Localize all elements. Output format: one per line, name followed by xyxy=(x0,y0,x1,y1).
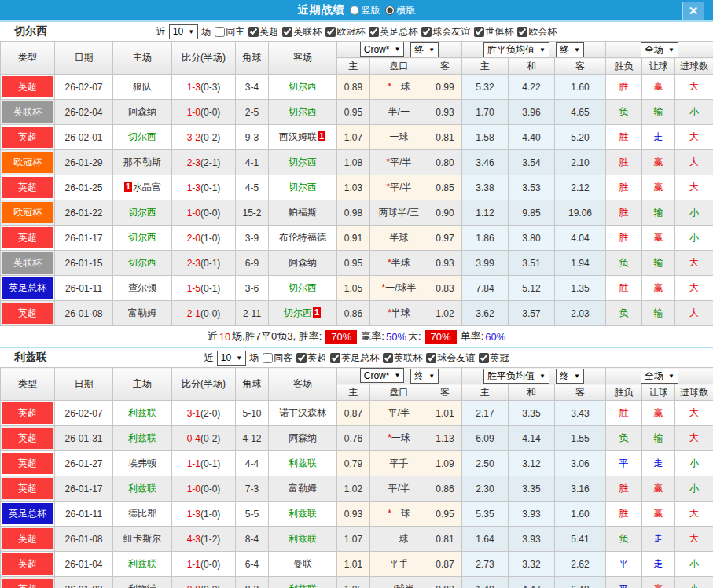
selected-value: 10 xyxy=(221,352,231,363)
home-water-cell: 0.95 xyxy=(337,251,370,276)
sub-column-header: 客 xyxy=(555,58,606,75)
close-icon[interactable]: ✕ xyxy=(682,2,704,20)
final-odds-select[interactable]: 终▼ xyxy=(410,369,439,384)
league-filter-checkbox[interactable] xyxy=(383,353,393,363)
away-team-name: 切尔西 xyxy=(284,307,312,318)
match-date: 26-01-02 xyxy=(55,577,113,588)
home-team-cell: 利物浦 xyxy=(113,577,172,588)
wdl-average-select[interactable]: 胜平负均值▼ xyxy=(483,369,549,384)
handicap-line: 一球 xyxy=(390,131,409,142)
chevron-down-icon: ▼ xyxy=(394,372,400,379)
league-filter-checkbox-label[interactable]: 英冠 xyxy=(475,351,509,365)
league-filter-checkbox[interactable] xyxy=(474,27,484,37)
filter-bar: 切尔西近10▼场同主英超英联杯欧冠杯英足总杯球会友谊世俱杯欧会杯 xyxy=(0,20,713,41)
wdl-average-select[interactable]: 胜平负均值▼ xyxy=(483,42,549,57)
vertical-layout-radio[interactable] xyxy=(350,6,359,15)
table-row: 英超26-01-251水晶宫1-3(0-1)4-5切尔西1.03*平/半0.85… xyxy=(1,175,713,200)
handicap-cell: 平/半 xyxy=(370,401,428,426)
league-filter-checkbox[interactable] xyxy=(248,27,259,37)
league-filter-checkbox[interactable] xyxy=(369,27,379,37)
result-wdl-cell: 胜 xyxy=(606,125,642,150)
scope-select[interactable]: 全场▼ xyxy=(641,369,678,384)
layout-radio-vertical[interactable]: 竖版 xyxy=(350,4,380,17)
league-cell: 英足总杯 xyxy=(1,276,55,301)
league-filter-checkbox-label[interactable]: 欧冠杯 xyxy=(322,25,365,39)
same-venue-checkbox[interactable] xyxy=(263,353,273,363)
games-count-select[interactable]: 10▼ xyxy=(217,351,246,366)
odds-home-cell: 3.99 xyxy=(462,251,509,276)
horizontal-layout-radio[interactable] xyxy=(385,6,395,15)
selected-value: 全场 xyxy=(645,43,663,57)
league-filter-checkbox[interactable] xyxy=(282,27,292,37)
scope-select[interactable]: 全场▼ xyxy=(641,42,678,57)
table-row: 英超26-01-04利兹联1-1(0-0)6-4曼联1.01平手0.872.73… xyxy=(1,552,713,577)
final-odds-select-2[interactable]: 终▼ xyxy=(556,369,584,384)
league-cell: 欧冠杯 xyxy=(1,150,55,175)
corner-cell: 2-5 xyxy=(236,100,269,125)
result-text: 赢 xyxy=(654,508,663,519)
home-team-cell: 切尔西 xyxy=(113,200,172,226)
final-odds-select-2[interactable]: 终▼ xyxy=(556,42,584,57)
league-filter-checkbox[interactable] xyxy=(517,27,527,37)
home-team-cell: 利兹联 xyxy=(113,401,172,426)
league-filter-checkbox[interactable] xyxy=(426,353,436,363)
layout-radio-horizontal[interactable]: 横版 xyxy=(385,4,416,17)
same-venue-checkbox[interactable] xyxy=(215,27,225,37)
home-team-name: 阿森纳 xyxy=(128,106,156,117)
wdl-odds-group-header: 胜平负均值▼终▼ xyxy=(462,42,606,58)
away-team-name: 布伦特福德 xyxy=(279,232,326,243)
league-filter-checkbox-label[interactable]: 球会友谊 xyxy=(417,25,470,39)
result-goals-cell: 大 xyxy=(675,502,713,527)
result-text: 平 xyxy=(619,558,629,569)
result-handicap-cell: 输 xyxy=(642,251,675,276)
bookmaker-select[interactable]: Crow*▼ xyxy=(360,42,405,57)
league-filter-checkbox-label[interactable]: 英足总杯 xyxy=(365,25,417,39)
result-handicap-cell: 赢 xyxy=(642,276,675,301)
league-filter-checkbox-label[interactable]: 球会友谊 xyxy=(422,351,475,365)
handicap-line: 平/半 xyxy=(388,483,410,494)
league-filter-checkbox-label[interactable]: 英超 xyxy=(292,351,326,365)
corner-cell: 5-10 xyxy=(236,401,269,426)
league-filter-checkbox-label[interactable]: 英联杯 xyxy=(278,25,322,39)
same-venue-checkbox-label[interactable]: 同主 xyxy=(211,25,244,39)
away-water-cell: 0.86 xyxy=(428,476,462,502)
league-badge: 英超 xyxy=(2,579,53,588)
league-filter-checkbox[interactable] xyxy=(330,353,340,363)
result-goals-cell: 小 xyxy=(675,100,713,125)
score-cell: 1-0(0-0) xyxy=(172,200,236,226)
away-water-cell: 0.87 xyxy=(428,552,462,577)
league-cell: 英超 xyxy=(1,451,55,476)
league-filter-checkbox[interactable] xyxy=(296,353,307,363)
result-text: 小 xyxy=(689,583,699,588)
league-badge: 英超 xyxy=(2,127,53,148)
away-team-name: 切尔西 xyxy=(289,182,317,193)
bookmaker-select[interactable]: Crow*▼ xyxy=(360,368,405,383)
league-filter-checkbox-label[interactable]: 英超 xyxy=(244,25,278,39)
odds-home-cell: 1.58 xyxy=(462,125,509,150)
odds-draw-cell: 3.57 xyxy=(509,301,555,326)
column-header: 客场 xyxy=(269,42,337,75)
league-filter-checkbox-label[interactable]: 英足总杯 xyxy=(326,351,379,365)
odds-home-cell: 1.64 xyxy=(462,527,509,552)
score-cell: 2-1(0-0) xyxy=(172,301,236,326)
away-team-cell: 阿森纳 xyxy=(269,426,337,451)
home-team-cell: 切尔西 xyxy=(113,125,172,150)
sub-column-header: 和 xyxy=(509,58,555,75)
league-filter-checkbox-label[interactable]: 英联杯 xyxy=(379,351,422,365)
odds-draw-cell: 3.96 xyxy=(509,100,555,125)
league-filter-checkbox[interactable] xyxy=(479,353,489,363)
league-filter-checkbox-label[interactable]: 世俱杯 xyxy=(470,25,513,39)
handicap-cell: *一/球半 xyxy=(370,276,428,301)
games-count-select[interactable]: 10▼ xyxy=(169,24,198,39)
summary-near-label: 近 xyxy=(208,329,218,344)
score-cell: 3-2(0-2) xyxy=(172,125,236,150)
table-row: 英超26-01-08纽卡斯尔4-3(1-2)8-4利兹联1.07一球0.811.… xyxy=(1,527,713,552)
league-badge: 英超 xyxy=(2,76,53,97)
league-filter-checkbox[interactable] xyxy=(325,27,336,37)
handicap-line: 一/球半 xyxy=(385,282,416,293)
same-venue-checkbox-label[interactable]: 同客 xyxy=(259,351,292,365)
final-odds-select[interactable]: 终▼ xyxy=(410,42,439,57)
handicap-cell: 平/半 xyxy=(370,476,428,502)
league-filter-checkbox[interactable] xyxy=(421,27,432,37)
league-filter-checkbox-label[interactable]: 欧会杯 xyxy=(513,25,557,39)
